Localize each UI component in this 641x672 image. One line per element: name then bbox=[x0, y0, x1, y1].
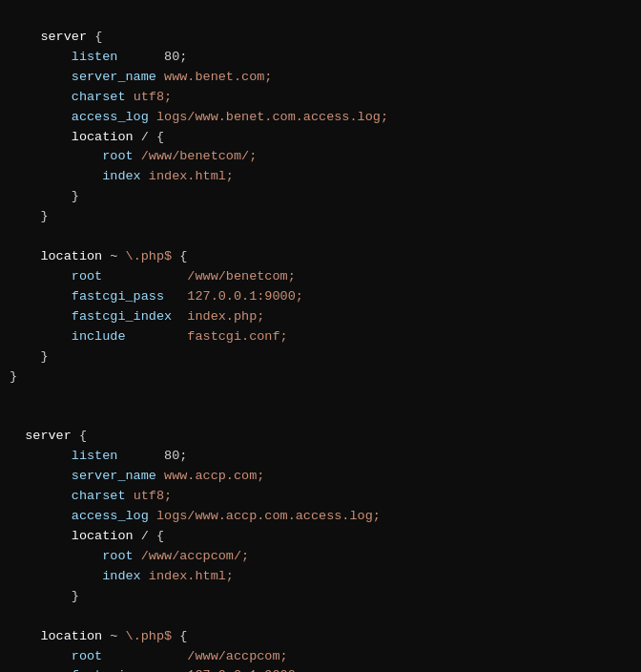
line: } bbox=[10, 589, 79, 603]
line: location / { bbox=[10, 529, 164, 543]
line: location / { bbox=[10, 130, 164, 144]
line: location ~ \.php$ { bbox=[10, 249, 187, 263]
code-content: server { listen 80; server_name www.bene… bbox=[0, 8, 641, 672]
line: include fastcgi.conf; bbox=[10, 329, 288, 344]
line: access_log logs/www.benet.com.access.log… bbox=[10, 110, 388, 124]
line: } bbox=[10, 369, 17, 384]
line: charset utf8; bbox=[10, 90, 172, 104]
line: listen 80; bbox=[10, 449, 187, 463]
code-viewer: server { listen 80; server_name www.bene… bbox=[0, 0, 641, 672]
line: listen 80; bbox=[10, 50, 187, 64]
line: root /www/accpcom; bbox=[10, 649, 288, 663]
line: server { bbox=[10, 30, 102, 44]
line: charset utf8; bbox=[10, 489, 172, 503]
line: } bbox=[10, 349, 49, 364]
line: server_name www.accp.com; bbox=[10, 469, 264, 483]
line: fastcgi_pass 127.0.0.1:9000; bbox=[10, 668, 303, 672]
line: location ~ \.php$ { bbox=[10, 629, 187, 643]
line: root /www/benetcom/; bbox=[10, 149, 257, 163]
line: index index.html; bbox=[10, 569, 234, 583]
line: index index.html; bbox=[10, 169, 234, 183]
line: fastcgi_pass 127.0.0.1:9000; bbox=[10, 289, 303, 304]
line: fastcgi_index index.php; bbox=[10, 309, 264, 324]
line: access_log logs/www.accp.com.access.log; bbox=[10, 509, 381, 523]
line: server { bbox=[10, 429, 87, 443]
line: } bbox=[10, 189, 79, 203]
line: server_name www.benet.com; bbox=[10, 70, 272, 84]
line: } bbox=[10, 209, 49, 223]
line: root /www/accpcom/; bbox=[10, 549, 249, 563]
line: root /www/benetcom; bbox=[10, 269, 296, 284]
